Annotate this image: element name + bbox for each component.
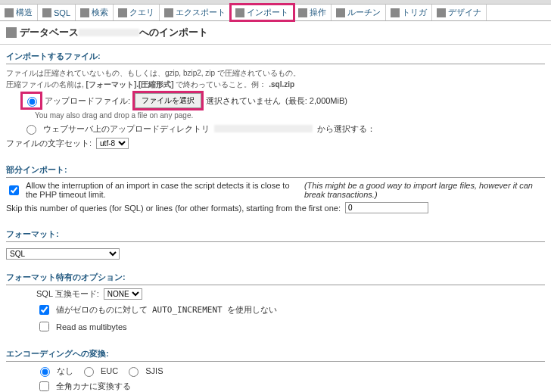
section-format: フォーマット: SQL [0, 222, 551, 266]
autoinc-code: AUTO_INCREMENT [152, 305, 223, 315]
tab-label: SQL [54, 8, 70, 17]
import-icon [235, 8, 244, 17]
zenkaku-row: 全角カナに変換する [36, 379, 545, 392]
enc-none-radio[interactable] [40, 367, 50, 377]
allow-interrupt-note: (This might be a good way to import larg… [304, 181, 545, 199]
tab-import[interactable]: インポート [231, 5, 294, 20]
operations-icon [298, 8, 307, 17]
encoding-radios: なし EUC SJIS [36, 365, 545, 377]
tab-label: エクスポート [176, 7, 226, 18]
webdir-suffix: から選択する： [317, 123, 375, 135]
choose-file-button[interactable]: ファイルを選択 [135, 93, 201, 108]
enc-sjis-radio[interactable] [129, 367, 139, 377]
zenkaku-label: 全角カナに変換する [56, 381, 131, 392]
page-title: データベース へのインポート [0, 21, 551, 45]
page-title-prefix: データベース [20, 26, 79, 39]
triggers-icon [391, 8, 400, 17]
import-title-icon [6, 27, 17, 38]
section-file-header: インポートするファイル: [6, 48, 545, 64]
tab-label: インポート [247, 7, 288, 18]
no-file-chosen: 選択されていません [206, 95, 281, 107]
section-format-opts-header: フォーマット特有のオプション: [6, 269, 545, 285]
upload-file-row: アップロードファイル: ファイルを選択 選択されていません (最長: 2,000… [23, 93, 545, 108]
multibytes-row: Read as multibytes [36, 319, 545, 334]
tab-label: 操作 [310, 7, 326, 18]
max-size: (最長: 2,000MiB) [285, 95, 347, 107]
tab-label: 構造 [16, 7, 33, 18]
help-line2-example: .sql.zip [269, 80, 294, 89]
enc-euc-radio[interactable] [84, 367, 94, 377]
tab-label: デザイナ [448, 7, 481, 18]
section-encoding: エンコーディングへの変換: なし EUC SJIS 全角カナに変換する [0, 342, 551, 392]
autoinc-checkbox[interactable] [39, 305, 49, 315]
tab-routines[interactable]: ルーチン [332, 5, 386, 20]
tab-triggers[interactable]: トリガ [386, 5, 432, 20]
compat-select[interactable]: NONE [104, 288, 142, 300]
multibytes-label: Read as multibytes [56, 322, 127, 331]
query-icon [118, 8, 127, 17]
upload-radio-highlight [23, 94, 40, 107]
tab-label: ルーチン [347, 7, 381, 18]
autoinc-row: 値がゼロのものに対して AUTO_INCREMENT を使用しない [36, 303, 545, 317]
autoinc-prefix: 値がゼロのものに対して [56, 304, 148, 316]
help-compression: ファイルは圧縮されていないもの、もしくは、gzip, bzip2, zip で圧… [6, 67, 545, 90]
section-partial: 部分インポート: Allow the interruption of an im… [0, 158, 551, 222]
tab-query[interactable]: クエリ [114, 5, 160, 20]
export-icon [164, 8, 173, 17]
help-line2-suffix: で終わっていること。例： [176, 80, 266, 89]
format-select[interactable]: SQL [6, 248, 120, 260]
tab-export[interactable]: エクスポート [160, 5, 231, 20]
charset-label: ファイルの文字セット: [6, 138, 92, 149]
section-format-opts: フォーマット特有のオプション: SQL 互換モード: NONE 値がゼロのものに… [0, 266, 551, 342]
skip-row: Skip this number of queries (for SQL) or… [6, 202, 545, 213]
zenkaku-checkbox[interactable] [39, 381, 49, 391]
section-encoding-header: エンコーディングへの変換: [6, 345, 545, 362]
charset-select[interactable]: utf-8 [96, 138, 129, 149]
webdir-radio[interactable] [26, 125, 36, 135]
help-line2-prefix: 圧縮ファイルの名前は, [6, 80, 84, 89]
structure-icon [5, 8, 14, 17]
skip-input[interactable] [345, 202, 428, 213]
tab-label: 検索 [92, 7, 108, 18]
nav-tabs: 構造 SQL 検索 クエリ エクスポート インポート 操作 ルーチン トリガ デ… [0, 5, 551, 21]
allow-interrupt-label: Allow the interruption of an import in c… [26, 181, 300, 199]
page-title-suffix: へのインポート [139, 26, 208, 39]
compat-label: SQL 互換モード: [36, 288, 99, 300]
enc-euc-label: EUC [101, 366, 118, 375]
designer-icon [437, 8, 446, 17]
tab-label: クエリ [129, 7, 154, 18]
tab-designer[interactable]: デザイナ [432, 5, 487, 20]
tab-label: トリガ [402, 7, 427, 18]
section-format-header: フォーマット: [6, 226, 545, 242]
charset-row: ファイルの文字セット: utf-8 [6, 138, 545, 149]
webdir-label: ウェブサーバ上のアップロードディレクトリ [43, 123, 210, 135]
tab-search[interactable]: 検索 [76, 5, 114, 20]
upload-radio[interactable] [27, 97, 37, 107]
webdir-path-redacted [214, 125, 313, 132]
enc-sjis-label: SJIS [145, 366, 163, 375]
routines-icon [336, 8, 345, 17]
db-name-redacted [79, 29, 139, 36]
section-file: インポートするファイル: ファイルは圧縮されていないもの、もしくは、gzip, … [0, 45, 551, 158]
upload-label: アップロードファイル: [45, 95, 130, 107]
tab-structure[interactable]: 構造 [0, 5, 38, 20]
compat-row: SQL 互換モード: NONE [36, 288, 545, 300]
tab-sql[interactable]: SQL [38, 5, 76, 20]
skip-label: Skip this number of queries (for SQL) or… [6, 204, 341, 213]
help-line1: ファイルは圧縮されていないもの、もしくは、gzip, bzip2, zip で圧… [6, 69, 300, 77]
allow-interrupt-checkbox[interactable] [9, 185, 19, 195]
help-line2-bold: [フォーマット].[圧縮形式] [86, 80, 174, 89]
webdir-row: ウェブサーバ上のアップロードディレクトリ から選択する： [23, 123, 545, 135]
section-partial-header: 部分インポート: [6, 161, 545, 178]
allow-interrupt-row: Allow the interruption of an import in c… [6, 181, 545, 199]
autoinc-suffix: を使用しない [227, 304, 277, 316]
enc-none-label: なし [57, 366, 73, 377]
drag-drop-hint: You may also drag and drop a file on any… [35, 111, 545, 120]
multibytes-checkbox[interactable] [39, 322, 49, 331]
search-icon [80, 8, 89, 17]
tab-operations[interactable]: 操作 [294, 5, 332, 20]
sql-icon [42, 8, 51, 17]
